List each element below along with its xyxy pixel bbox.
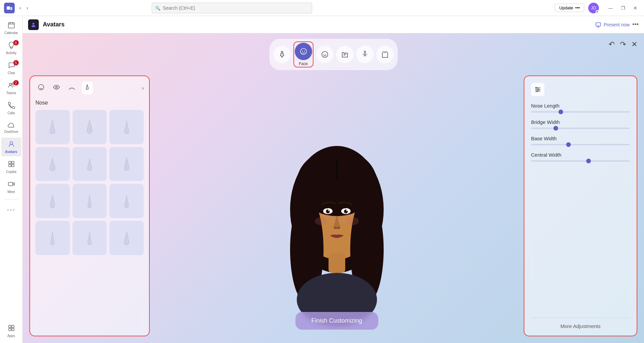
editor-close-button[interactable]: ✕ [631,40,637,49]
svg-point-16 [281,51,283,53]
calendar-icon [8,21,15,30]
svg-rect-9 [8,182,13,186]
avatar-editor: Face [23,33,644,343]
sidebar-item-chat[interactable]: 5 Chat [1,59,21,77]
svg-point-45 [346,210,348,211]
svg-rect-8 [12,164,14,167]
svg-rect-1 [8,23,14,28]
category-style-button[interactable] [336,46,354,63]
svg-point-53 [536,87,537,89]
avatars-icon [8,140,15,149]
search-input[interactable] [152,3,312,13]
header-more-button[interactable]: ••• [632,21,639,28]
sidebar-item-calls[interactable]: Calls [1,99,21,118]
tab-face-shape[interactable] [35,81,47,95]
activity-badge: 6 [13,40,19,45]
svg-rect-11 [12,325,14,328]
sidebar-item-avatars[interactable]: Avatars [1,138,21,156]
category-outfit-button[interactable] [376,46,394,63]
calls-icon [8,102,15,111]
nose-option-12[interactable] [109,221,144,255]
back-button[interactable]: ‹ [17,4,23,12]
svg-rect-10 [9,325,11,328]
sidebar-item-meet[interactable]: Meet [1,178,21,196]
central-width-label: Central Width [531,152,630,158]
update-button[interactable]: Update ••• [555,4,584,12]
category-bar: Face [23,33,644,75]
bridge-width-section: Bridge Width [531,119,630,129]
close-button[interactable]: ✕ [631,4,640,12]
app-header: Avatars Present now ••• [23,16,644,33]
maximize-button[interactable]: ❐ [618,4,628,12]
svg-rect-34 [329,253,345,273]
nose-option-3[interactable] [109,110,144,144]
central-width-track[interactable] [531,160,630,162]
online-indicator [596,10,599,13]
tab-eyebrows[interactable] [66,82,78,94]
nose-option-7[interactable] [35,184,70,218]
nose-option-5[interactable] [73,147,107,181]
nose-option-8[interactable] [73,184,107,218]
svg-point-48 [315,217,327,225]
teams-badge: 2 [13,80,19,85]
present-now-label: Present now [604,22,630,27]
central-width-section: Central Width [531,152,630,162]
bridge-width-thumb[interactable] [553,126,558,131]
central-width-thumb[interactable] [586,159,591,163]
more-adjustments-button[interactable]: More Adjustments [531,318,630,329]
search-bar: 🔍 [152,3,312,13]
present-now-button[interactable]: Present now [596,22,630,27]
svg-point-14 [32,23,34,25]
base-width-track[interactable] [531,144,630,145]
copilot-icon [8,160,15,169]
app-header-title: Avatars [43,21,65,28]
sidebar-item-more[interactable]: ··· [1,202,21,217]
finish-customizing-button[interactable]: Finish Customizing [295,312,378,330]
editor-main: › Nose [23,75,644,343]
nose-option-11[interactable] [73,221,107,255]
svg-point-18 [302,51,302,51]
category-body-button[interactable] [273,46,291,63]
bridge-width-track[interactable] [531,128,630,129]
category-expression-button[interactable] [316,46,334,63]
nose-length-thumb[interactable] [558,110,563,114]
content: Avatars Present now ••• [23,16,644,343]
tab-next[interactable]: › [142,85,144,91]
nose-option-6[interactable] [109,147,144,181]
left-panel: › Nose [29,75,150,336]
search-icon: 🔍 [155,5,160,10]
titlebar-left [4,3,15,13]
category-pose-button[interactable] [356,46,374,63]
teams-logo-icon [4,3,15,13]
svg-point-54 [538,89,539,90]
nose-option-9[interactable] [109,184,144,218]
svg-point-4 [10,142,13,144]
tab-eyes[interactable] [51,81,62,95]
nose-section-label: Nose [35,100,144,106]
chat-label: Chat [8,71,15,75]
sidebar-item-onedrive[interactable]: OneDrive [1,119,21,136]
calls-label: Calls [7,111,15,115]
sidebar-item-teams[interactable]: 2 Teams [1,79,21,98]
forward-button[interactable]: › [24,4,30,12]
nose-option-1[interactable] [35,110,70,144]
svg-rect-0 [7,6,10,10]
sidebar-item-activity[interactable]: 6 Activity [1,39,21,57]
nose-option-4[interactable] [35,147,70,181]
nose-option-2[interactable] [73,110,107,144]
base-width-label: Base Width [531,136,630,141]
sidebar-item-calendar[interactable]: Calendar [1,19,21,37]
base-width-thumb[interactable] [566,142,571,147]
adjustment-filter-button[interactable] [531,83,544,96]
sidebar-item-apps[interactable]: Apps [1,322,21,340]
svg-rect-12 [9,328,11,331]
nose-length-track[interactable] [531,111,630,113]
undo-button[interactable]: ↶ [609,40,615,49]
svg-point-25 [364,51,366,52]
nose-option-10[interactable] [35,221,70,255]
tab-nose[interactable] [82,81,93,95]
sidebar-item-copilot[interactable]: Copilot [1,158,21,176]
minimize-button[interactable]: — [606,4,616,12]
category-face-button[interactable] [295,43,312,60]
redo-button[interactable]: ↷ [620,40,626,49]
